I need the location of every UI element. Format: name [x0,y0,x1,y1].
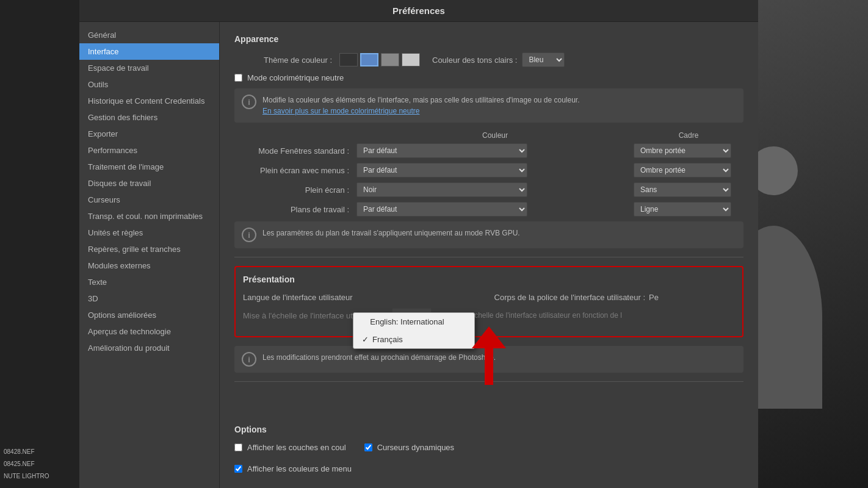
option1-row: Afficher les couches en coul [234,443,346,452]
row4-cadre-select[interactable]: Ligne Ombre portée Sans [634,202,731,217]
option2-row: Curseurs dynamiques [364,443,454,452]
presentation-title: Présentation [243,274,735,284]
option1-checkbox[interactable] [234,443,242,451]
dialog-titlebar: Préférences [79,0,758,22]
arrow-head [472,326,506,348]
sidebar-item-plugins[interactable]: Modules externes [79,257,219,274]
options-title: Options [234,425,743,434]
row2-label: Plein écran avec menus : [234,166,356,175]
row3-label: Plein écran : [234,185,356,195]
options-rows: Afficher les couches en coul Curseurs dy… [234,443,743,458]
sidebar-item-workspace[interactable]: Espace de travail [79,60,219,76]
lang-label-english: English: International [370,317,444,326]
content-area: Apparence Thème de couleur : Couleur des… [220,22,758,488]
option3-row: Afficher les couleurs de menu [234,464,743,473]
dialog-title: Préférences [392,5,445,16]
grid-row-3: Plein écran : Noir Par défaut Personnali… [234,182,743,197]
sidebar-item-imageprocessing[interactable]: Traitement de l'image [79,159,219,175]
colorimetric-checkbox[interactable] [234,74,242,82]
red-arrow-container [472,326,506,385]
lang-option-english[interactable]: English: International [353,313,474,331]
lang-label-francais: Français [372,335,403,344]
file-item-1[interactable]: 08428.NEF [0,445,79,458]
sidebar-item-performances[interactable]: Performances [79,142,219,159]
sidebar-item-text[interactable]: Texte [79,274,219,290]
info-icon: i [242,95,256,109]
dialog-body: GénéralInterfaceEspace de travailOutilsH… [79,22,758,488]
sidebar-item-units[interactable]: Unités et règles [79,224,219,241]
row2-couleur-select[interactable]: Par défaut Noir Personnalisé [356,163,527,178]
grid-row-1: Mode Fenêtres standard : Par défaut Noir… [234,143,743,158]
presentation-section: Présentation Langue de l'interface utili… [234,266,743,337]
scale-row: Mise à l'échelle de l'interface utilisat… [243,308,735,323]
theme-label: Thème de couleur : [234,56,332,65]
row4-couleur-select[interactable]: Par défaut Noir Personnalisé [356,202,527,217]
file-item-2[interactable]: 08425.NEF [0,458,79,470]
sidebar-item-scratchdisks[interactable]: Disques de travail [79,175,219,192]
colorimetric-label: Mode colorimétrique neutre [247,73,344,82]
restart-info-text: Les modifications prendront effet au pro… [262,352,496,363]
sidebar-item-enhanced[interactable]: Options améliorées [79,307,219,323]
file-name-3: NUTE LIGHTRO [4,473,49,479]
lang-row: Langue de l'interface utilisateur Englis… [243,293,735,302]
lang-check-english [362,317,366,326]
font-abbr: Pe [649,293,659,302]
sidebar-item-tools[interactable]: Outils [79,76,219,93]
row3-couleur-select[interactable]: Noir Par défaut Personnalisé [356,182,527,197]
sidebar-item-improvement[interactable]: Amélioration du produit [79,340,219,356]
lang-option-francais[interactable]: ✓ Français [353,331,474,348]
info-text-1: Modifie la couleur des éléments de l'int… [262,95,580,106]
arrow-shaft [485,348,493,385]
sidebar-item-export[interactable]: Exporter [79,126,219,142]
file-name-1: 08428.NEF [4,448,35,455]
info-text-block: Modifie la couleur des éléments de l'int… [262,95,580,117]
tones-select[interactable]: Bleu Rouge Vert Gris [522,52,565,67]
lang-check-francais: ✓ [362,335,369,344]
sidebar: GénéralInterfaceEspace de travailOutilsH… [79,22,220,488]
col-couleur: Couleur [356,131,634,140]
file-panel: 08428.NEF 08425.NEF NUTE LIGHTRO [0,0,79,488]
gpu-info-text: Les paramètres du plan de travail s'appl… [262,228,520,239]
grid-row-2: Plein écran avec menus : Par défaut Noir… [234,163,743,178]
colorimetric-row: Mode colorimétrique neutre [234,73,743,82]
col-cadre: Cadre [634,131,743,140]
sidebar-item-history[interactable]: Historique et Content Credentials [79,93,219,109]
option2-checkbox[interactable] [364,443,372,451]
file-name-2: 08425.NEF [4,461,35,467]
gpu-info-box: i Les paramètres du plan de travail s'ap… [234,221,743,248]
sidebar-item-filemanagement[interactable]: Gestion des fichiers [79,109,219,126]
row2-cadre-select[interactable]: Ombre portée Sans Ligne [634,163,731,178]
sidebar-item-3d[interactable]: 3D [79,290,219,307]
options-section: Options Afficher les couches en coul Cur… [234,425,743,473]
swatch-black[interactable] [339,53,358,66]
tones-label: Couleur des tons clairs : [432,56,517,65]
row1-couleur-select[interactable]: Par défaut Noir Personnalisé [356,143,527,158]
lang-label: Langue de l'interface utilisateur [243,293,353,302]
preferences-dialog: Préférences GénéralInterfaceEspace de tr… [79,0,758,488]
info-link[interactable]: En savoir plus sur le mode colorimétriqu… [262,107,419,115]
sidebar-item-tech[interactable]: Aperçus de technologie [79,323,219,340]
option3-checkbox[interactable] [234,465,242,473]
font-label: Corps de la police de l'interface utilis… [494,293,645,302]
gpu-info-icon: i [242,228,256,242]
swatch-light[interactable] [381,53,399,66]
appearance-title: Apparence [234,34,743,44]
row4-label: Plans de travail : [234,205,356,214]
row3-cadre-select[interactable]: Sans Ombre portée Ligne [634,182,731,197]
sidebar-item-interface[interactable]: Interface [79,43,219,60]
sidebar-item-cursors[interactable]: Curseurs [79,192,219,208]
row1-cadre-select[interactable]: Ombre portée Sans Ligne [634,143,731,158]
swatch-blue[interactable] [360,53,378,66]
row1-label: Mode Fenêtres standard : [234,146,356,156]
restart-info-icon: i [242,352,256,367]
grid-row-4: Plans de travail : Par défaut Noir Perso… [234,202,743,217]
swatch-white[interactable] [402,53,420,66]
colorimetric-info: i Modifie la couleur des éléments de l'i… [234,88,743,123]
sidebar-item-guides[interactable]: Repères, grille et tranches [79,241,219,257]
lang-dropdown[interactable]: English: International ✓ Français [353,312,475,349]
sidebar-item-transparency[interactable]: Transp. et coul. non imprimables [79,208,219,224]
sidebar-item-general[interactable]: Général [79,27,219,43]
file-item-3[interactable]: NUTE LIGHTRO [0,470,79,482]
grid-header: Couleur Cadre [234,131,743,140]
option1-label: Afficher les couches en coul [247,443,346,452]
